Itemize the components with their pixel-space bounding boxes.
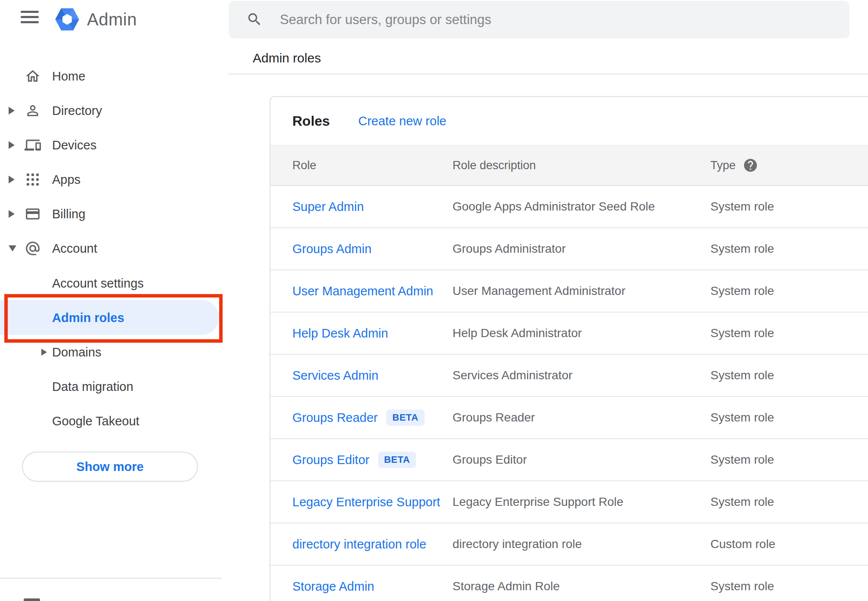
sidebar-item-label: Directory [52, 104, 102, 118]
role-type-cell: System role [710, 228, 774, 270]
column-header-type: Type [710, 146, 758, 185]
arrow-down-icon[interactable] [9, 245, 16, 251]
role-cell: Storage Admin [292, 566, 374, 601]
sidebar-item-domains[interactable]: Domains [0, 335, 229, 369]
sidebar-item-home[interactable]: Home [0, 59, 229, 93]
role-description-cell: Legacy Enterprise Support Role [453, 481, 623, 523]
sidebar-divider [0, 578, 222, 579]
table-row: Super AdminGoogle Apps Administrator See… [270, 186, 868, 228]
sidebar-item-label: Account [52, 242, 97, 256]
partial-bottom-icon [24, 598, 40, 601]
sidebar-item-label: Account settings [52, 276, 144, 291]
panel-title: Roles [292, 113, 330, 129]
sidebar-item-label: Google Takeout [52, 414, 140, 428]
sidebar-item-account[interactable]: Account [0, 231, 229, 266]
role-description-cell: Services Administrator [453, 355, 573, 396]
card-icon [25, 206, 41, 222]
role-cell: directory integration role [292, 524, 426, 565]
sidebar-item-google-takeout[interactable]: Google Takeout [0, 404, 229, 438]
search-bar[interactable] [229, 1, 849, 38]
search-input[interactable] [280, 1, 831, 38]
role-description-cell: Groups Administrator [453, 228, 566, 270]
table-row: directory integration roledirectory inte… [270, 524, 868, 566]
sidebar-item-directory[interactable]: Directory [0, 93, 229, 128]
role-link[interactable]: Services Admin [292, 369, 378, 383]
sidebar-item-admin-roles[interactable]: Admin roles [0, 300, 219, 335]
role-link[interactable]: Groups Editor [292, 453, 369, 467]
table-row: Services AdminServices AdministratorSyst… [270, 355, 868, 397]
role-type-cell: System role [710, 186, 774, 227]
role-link[interactable]: Storage Admin [292, 579, 374, 594]
breadcrumb: Admin roles [253, 51, 321, 65]
column-header-description: Role description [453, 146, 536, 185]
table-row: Storage AdminStorage Admin RoleSystem ro… [270, 566, 868, 601]
role-link[interactable]: Groups Admin [292, 242, 372, 256]
table-row: Help Desk AdminHelp Desk AdministratorSy… [270, 313, 868, 355]
table-row: Groups EditorBETAGroups EditorSystem rol… [270, 439, 868, 481]
roles-panel: Roles Create new role Role Role descript… [270, 96, 868, 601]
arrow-right-icon[interactable] [41, 349, 47, 356]
admin-logo[interactable]: Admin [54, 6, 137, 33]
sidebar: Admin HomeDirectoryDevicesAppsBillingAcc… [0, 0, 229, 601]
sidebar-item-devices[interactable]: Devices [0, 128, 229, 162]
role-description-cell: User Management Administrator [453, 270, 626, 312]
home-icon [25, 68, 41, 84]
sidebar-item-label: Billing [52, 207, 85, 221]
column-header-role: Role [292, 146, 316, 185]
sidebar-item-apps[interactable]: Apps [0, 162, 229, 197]
role-description-cell: Groups Editor [453, 439, 527, 480]
sidebar-item-account-settings[interactable]: Account settings [0, 266, 229, 300]
role-link[interactable]: Groups Reader [292, 411, 378, 425]
role-description-cell: Google Apps Administrator Seed Role [453, 186, 655, 227]
role-link[interactable]: directory integration role [292, 537, 426, 551]
role-link[interactable]: Super Admin [292, 200, 364, 214]
role-cell: Super Admin [292, 186, 364, 227]
role-type-cell: System role [710, 397, 774, 438]
beta-badge: BETA [378, 452, 416, 468]
role-cell: Services Admin [292, 355, 378, 396]
table-header-row: Role Role description Type [270, 145, 868, 186]
arrow-right-icon[interactable] [9, 141, 15, 149]
roles-panel-header: Roles Create new role [270, 97, 868, 145]
role-type-cell: System role [710, 355, 774, 396]
role-cell: Legacy Enterprise Support [292, 481, 440, 523]
role-link[interactable]: User Management Admin [292, 284, 433, 298]
role-type-cell: System role [710, 313, 774, 354]
role-description-cell: Storage Admin Role [453, 566, 560, 601]
help-icon[interactable] [743, 158, 758, 173]
search-icon [246, 11, 263, 28]
role-cell: User Management Admin [292, 270, 433, 312]
admin-hexagon-icon [54, 6, 80, 32]
arrow-right-icon[interactable] [9, 107, 15, 115]
role-type-cell: System role [710, 439, 774, 480]
sidebar-item-label: Admin roles [52, 310, 124, 325]
role-cell: Groups ReaderBETA [292, 397, 425, 438]
devices-icon [25, 137, 41, 153]
menu-hamburger-icon[interactable] [21, 11, 39, 24]
sidebar-item-label: Devices [52, 138, 96, 152]
role-link[interactable]: Help Desk Admin [292, 326, 388, 341]
table-row: Groups ReaderBETAGroups ReaderSystem rol… [270, 397, 868, 439]
sidebar-item-label: Apps [52, 173, 81, 187]
table-row: Legacy Enterprise SupportLegacy Enterpri… [270, 481, 868, 524]
arrow-right-icon[interactable] [9, 210, 15, 218]
table-row: Groups AdminGroups AdministratorSystem r… [270, 228, 868, 270]
sidebar-item-billing[interactable]: Billing [0, 197, 229, 231]
show-more-button[interactable]: Show more [22, 452, 198, 482]
create-new-role-link[interactable]: Create new role [358, 114, 446, 128]
sidebar-item-label: Home [52, 69, 85, 84]
roles-table-body: Super AdminGoogle Apps Administrator See… [270, 186, 868, 601]
role-link[interactable]: Legacy Enterprise Support [292, 495, 440, 509]
role-description-cell: directory integration role [453, 524, 582, 565]
role-cell: Help Desk Admin [292, 313, 388, 354]
arrow-right-icon[interactable] [9, 176, 15, 183]
sidebar-item-data-migration[interactable]: Data migration [0, 369, 229, 404]
beta-badge: BETA [386, 409, 424, 426]
at-icon [25, 240, 41, 257]
sidebar-item-label: Data migration [52, 380, 133, 394]
sidebar-item-label: Domains [52, 345, 101, 359]
content-divider [229, 74, 868, 74]
apps-icon [25, 171, 41, 188]
role-type-cell: System role [710, 270, 774, 312]
table-row: User Management AdminUser Management Adm… [270, 270, 868, 313]
